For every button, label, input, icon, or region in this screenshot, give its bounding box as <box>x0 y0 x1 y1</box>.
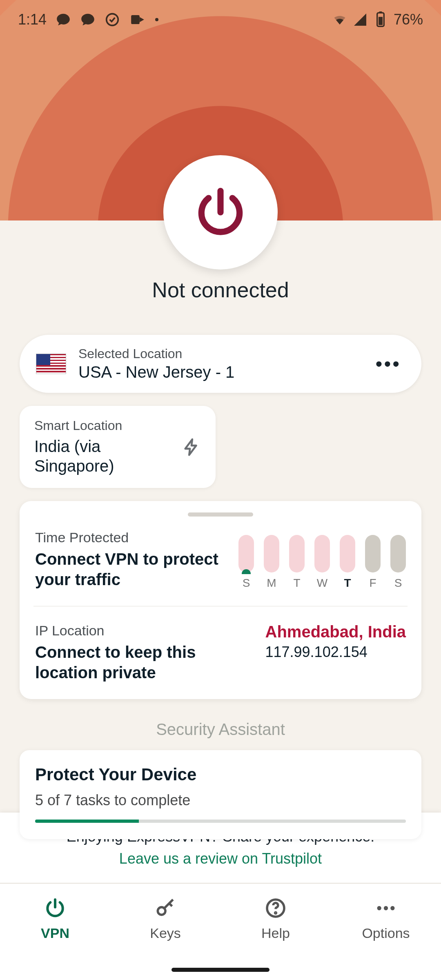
protect-device-subtitle: 5 of 7 tasks to complete <box>35 792 406 809</box>
protect-device-title: Protect Your Device <box>35 765 406 784</box>
ip-location-subtitle: Connect to keep this location private <box>35 642 253 683</box>
selected-location-label: Selected Location <box>78 346 363 361</box>
notification-dot-icon <box>155 18 158 21</box>
power-icon <box>192 184 249 241</box>
ip-location-label: IP Location <box>35 623 253 639</box>
smart-location-button[interactable]: Smart Location India (via Singapore) <box>20 406 216 488</box>
selected-location-name: USA - New Jersey - 1 <box>78 363 363 381</box>
progress-bar <box>35 820 406 823</box>
protect-device-card[interactable]: Protect Your Device 5 of 7 tasks to comp… <box>20 750 421 839</box>
svg-rect-1 <box>131 15 140 24</box>
more-icon[interactable]: ••• <box>376 361 401 367</box>
wifi-icon <box>331 12 349 27</box>
status-card[interactable]: Time Protected Connect VPN to protect yo… <box>20 501 421 699</box>
home-indicator[interactable] <box>172 968 270 972</box>
chat-icon <box>80 12 96 27</box>
selected-location-button[interactable]: Selected Location USA - New Jersey - 1 •… <box>20 335 421 393</box>
ip-address-value: 117.99.102.154 <box>265 644 406 661</box>
drag-handle[interactable] <box>188 512 253 517</box>
smart-location-label: Smart Location <box>34 418 182 433</box>
connection-status: Not connected <box>0 278 441 302</box>
battery-percent: 76% <box>394 11 423 28</box>
clock: 1:14 <box>18 11 47 28</box>
outlook-icon <box>129 12 146 27</box>
svg-rect-4 <box>379 11 382 13</box>
bolt-icon <box>182 438 201 457</box>
security-assistant-heading: Security Assistant <box>20 720 421 739</box>
ip-location-value: Ahmedabad, India <box>265 623 406 641</box>
time-protected-label: Time Protected <box>35 530 226 546</box>
svg-rect-3 <box>379 17 383 25</box>
sync-icon <box>105 12 120 27</box>
battery-icon <box>372 11 390 28</box>
status-bar: 1:14 76% <box>0 0 441 39</box>
power-button[interactable] <box>163 155 278 270</box>
chat-icon <box>56 12 71 27</box>
time-protected-subtitle: Connect VPN to protect your traffic <box>35 549 226 590</box>
smart-location-name: India (via Singapore) <box>34 437 182 476</box>
weekly-bars: S M T W T F S <box>238 530 406 590</box>
flag-usa-icon <box>36 354 66 374</box>
cell-signal-icon <box>353 12 368 27</box>
